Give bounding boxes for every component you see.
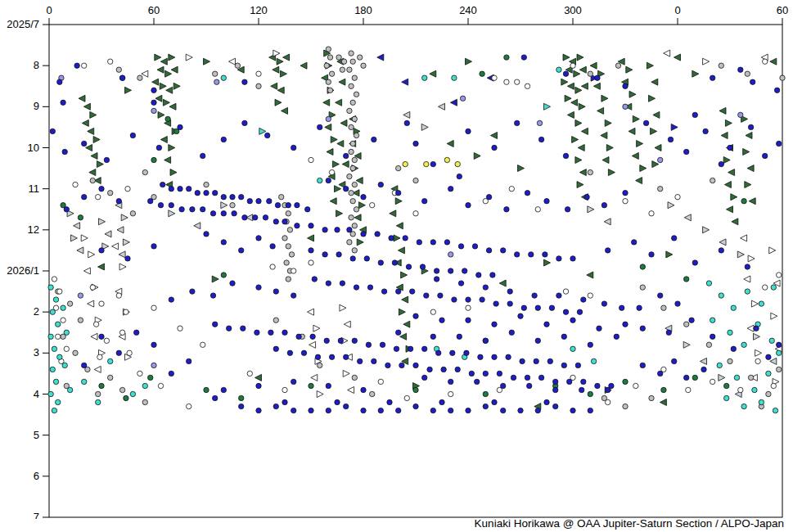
data-point — [403, 236, 408, 241]
data-point — [318, 363, 322, 367]
data-point — [256, 83, 261, 88]
data-point — [367, 285, 372, 290]
data-point — [534, 358, 538, 363]
data-point — [763, 153, 768, 158]
data-point — [396, 191, 401, 196]
data-point — [53, 379, 58, 384]
data-point — [413, 313, 418, 318]
data-point — [556, 67, 561, 72]
data-point — [537, 120, 542, 125]
data-point — [378, 182, 383, 187]
data-point — [221, 211, 226, 216]
data-point — [486, 195, 491, 200]
y-tick-label: 2 — [34, 305, 39, 318]
data-point — [125, 256, 130, 261]
data-point — [483, 391, 488, 396]
data-point — [525, 83, 529, 88]
data-point — [256, 71, 261, 76]
data-point — [501, 383, 506, 388]
data-point — [361, 232, 366, 237]
data-point — [547, 358, 552, 363]
data-point — [684, 277, 689, 282]
data-point — [623, 404, 628, 408]
data-point — [710, 334, 715, 339]
data-point — [158, 203, 163, 208]
data-point — [457, 174, 462, 178]
data-point — [134, 330, 139, 335]
data-point — [675, 301, 680, 306]
data-point — [354, 285, 358, 290]
data-point — [553, 379, 558, 384]
data-point — [710, 379, 715, 384]
data-point — [78, 318, 83, 322]
data-point — [241, 326, 246, 331]
data-point — [692, 260, 697, 265]
data-point — [561, 363, 566, 367]
data-point — [221, 387, 226, 392]
data-point — [56, 322, 61, 327]
data-point — [466, 305, 471, 310]
data-point — [763, 285, 768, 290]
data-point — [448, 252, 453, 257]
data-point — [420, 264, 425, 269]
data-point — [50, 309, 55, 314]
data-point — [282, 387, 287, 392]
data-point — [434, 277, 439, 282]
data-point — [483, 338, 488, 343]
data-point — [509, 330, 514, 335]
data-point — [480, 71, 484, 76]
data-point — [329, 71, 334, 76]
data-point — [108, 59, 113, 64]
data-point — [606, 387, 611, 392]
data-point — [710, 318, 715, 322]
data-point — [322, 228, 327, 232]
data-point — [444, 240, 449, 245]
data-point — [96, 391, 101, 396]
data-point — [623, 191, 628, 196]
data-point — [352, 248, 357, 253]
data-point — [48, 391, 53, 396]
data-point — [354, 207, 358, 212]
data-point — [392, 260, 397, 265]
data-point — [364, 256, 369, 261]
data-point — [265, 133, 270, 138]
data-point — [349, 51, 354, 56]
data-point — [570, 408, 575, 413]
data-point — [457, 334, 462, 339]
data-point — [591, 358, 596, 363]
data-point — [518, 408, 523, 413]
data-point — [190, 207, 195, 212]
data-point — [200, 207, 205, 212]
data-point — [273, 289, 278, 294]
data-point — [347, 174, 352, 178]
data-point — [204, 232, 209, 237]
data-point — [563, 289, 568, 294]
data-point — [291, 293, 296, 298]
data-point — [507, 289, 512, 294]
data-point — [151, 244, 156, 249]
data-point — [511, 375, 516, 380]
data-point — [439, 399, 444, 404]
y-tick-label: 2025/7 — [7, 18, 39, 30]
data-point — [165, 116, 170, 121]
data-point — [774, 88, 779, 92]
data-point — [452, 75, 457, 80]
data-point — [99, 248, 104, 253]
data-point — [777, 367, 782, 372]
data-point — [64, 346, 69, 351]
data-point — [515, 120, 520, 125]
data-point — [577, 309, 582, 314]
data-point — [553, 404, 558, 408]
data-point — [99, 301, 104, 306]
data-point — [336, 55, 341, 60]
data-point — [466, 297, 471, 302]
data-point — [99, 383, 104, 388]
data-point — [82, 141, 87, 146]
data-point — [270, 244, 275, 249]
data-point — [291, 268, 296, 273]
data-point — [640, 285, 645, 290]
data-point — [354, 92, 358, 97]
data-point — [312, 277, 317, 282]
data-point — [658, 371, 663, 376]
data-point — [239, 395, 244, 400]
